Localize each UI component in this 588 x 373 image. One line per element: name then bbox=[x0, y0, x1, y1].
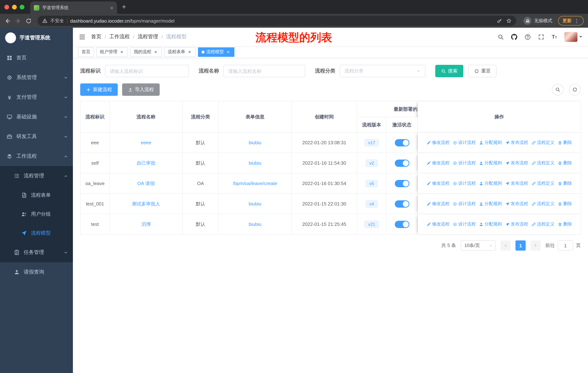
close-icon[interactable]: × bbox=[153, 49, 158, 54]
action-publish[interactable]: 发布流程 bbox=[505, 160, 528, 166]
action-design[interactable]: 设计流程 bbox=[453, 221, 476, 227]
page-size-select[interactable]: 10条/页 bbox=[461, 240, 496, 251]
breadcrumb-process-management[interactable]: 流程管理 bbox=[138, 33, 158, 40]
action-delete[interactable]: 删除 bbox=[558, 140, 572, 146]
version-badge[interactable]: v5 bbox=[366, 180, 378, 187]
form-link[interactable]: biubiu bbox=[249, 222, 261, 227]
sidebar-item-user-group[interactable]: 用户分组 bbox=[0, 205, 73, 224]
status-toggle[interactable] bbox=[395, 221, 409, 228]
action-definition[interactable]: 流程定义 bbox=[532, 160, 555, 166]
new-tab-button[interactable]: + bbox=[118, 1, 129, 12]
status-toggle[interactable] bbox=[395, 200, 409, 207]
window-zoom-button[interactable] bbox=[20, 5, 24, 9]
close-icon[interactable]: × bbox=[226, 49, 231, 54]
tag-tenant-management[interactable]: 租户管理× bbox=[96, 47, 128, 57]
update-button[interactable]: 更新 ⋮ bbox=[558, 16, 584, 26]
status-toggle[interactable] bbox=[395, 180, 409, 187]
action-modify[interactable]: 修改流程 bbox=[427, 180, 450, 186]
forward-icon[interactable] bbox=[15, 18, 21, 24]
action-definition[interactable]: 流程定义 bbox=[532, 201, 555, 207]
reload-icon[interactable] bbox=[26, 18, 32, 24]
model-name-link[interactable]: eeee bbox=[141, 140, 151, 145]
model-name-link[interactable]: 滔博 bbox=[141, 221, 151, 227]
sidebar-item-system-management[interactable]: 系统管理 bbox=[0, 68, 73, 87]
hamburger-icon[interactable] bbox=[79, 33, 86, 40]
action-publish[interactable]: 发布流程 bbox=[505, 201, 528, 207]
form-link[interactable]: /bpm/oa/leave/create bbox=[233, 181, 277, 186]
action-assign-rule[interactable]: 分配规则 bbox=[479, 180, 502, 186]
action-modify[interactable]: 修改流程 bbox=[427, 140, 450, 146]
version-badge[interactable]: v2 bbox=[366, 159, 378, 167]
form-link[interactable]: biubiu bbox=[249, 160, 261, 166]
action-design[interactable]: 设计流程 bbox=[453, 140, 476, 146]
window-minimize-button[interactable] bbox=[12, 5, 17, 9]
action-delete[interactable]: 删除 bbox=[558, 201, 572, 207]
action-publish[interactable]: 发布流程 bbox=[505, 140, 528, 146]
breadcrumb-home[interactable]: 首页 bbox=[91, 33, 101, 40]
bookmark-star-icon[interactable] bbox=[506, 18, 511, 23]
page-number-button[interactable]: 1 bbox=[515, 240, 526, 251]
breadcrumb-workflow[interactable]: 工作流程 bbox=[109, 33, 130, 40]
action-definition[interactable]: 流程定义 bbox=[532, 180, 555, 186]
action-modify[interactable]: 修改流程 bbox=[427, 221, 450, 227]
category-select[interactable]: 流程分类 bbox=[340, 65, 425, 77]
sidebar-item-workflow[interactable]: 工作流程 bbox=[0, 146, 73, 166]
sidebar-item-process-form[interactable]: 流程表单 bbox=[0, 186, 73, 205]
model-name-link[interactable]: OA 请假 bbox=[137, 181, 155, 186]
menu-dots-icon[interactable]: ⋮ bbox=[574, 18, 579, 24]
font-size-icon[interactable]: TT bbox=[552, 34, 557, 39]
search-button[interactable]: 搜索 bbox=[435, 65, 463, 77]
sidebar-item-task-management[interactable]: 任务管理 bbox=[0, 242, 73, 262]
form-link[interactable]: biubiu bbox=[249, 201, 261, 207]
model-name-link[interactable]: 测试多审批人 bbox=[132, 201, 160, 206]
sidebar-item-infrastructure[interactable]: 基础设施 bbox=[0, 107, 73, 127]
action-design[interactable]: 设计流程 bbox=[453, 201, 476, 207]
action-modify[interactable]: 修改流程 bbox=[427, 201, 450, 207]
create-model-button[interactable]: 新建流程 bbox=[80, 83, 118, 96]
address-bar[interactable]: 不安全 dashboard.yudao.iocoder.cn/bpm/manag… bbox=[38, 16, 516, 26]
goto-page-input[interactable] bbox=[558, 240, 573, 251]
action-assign-rule[interactable]: 分配规则 bbox=[479, 160, 502, 166]
action-assign-rule[interactable]: 分配规则 bbox=[479, 221, 502, 227]
fullscreen-icon[interactable] bbox=[538, 34, 545, 40]
refresh-table-button[interactable] bbox=[569, 84, 581, 95]
action-delete[interactable]: 删除 bbox=[558, 221, 572, 227]
version-badge[interactable]: v21 bbox=[365, 221, 379, 228]
search-icon[interactable] bbox=[498, 34, 504, 40]
model-name-link[interactable]: 自己审批 bbox=[136, 160, 156, 166]
action-modify[interactable]: 修改流程 bbox=[427, 160, 450, 166]
close-icon[interactable]: × bbox=[119, 49, 124, 54]
browser-tab[interactable]: 芋道管理系统 × bbox=[30, 1, 117, 14]
action-definition[interactable]: 流程定义 bbox=[532, 221, 555, 227]
user-avatar[interactable] bbox=[564, 32, 582, 42]
action-publish[interactable]: 发布流程 bbox=[505, 180, 528, 186]
tag-home[interactable]: 首页 bbox=[78, 47, 94, 57]
password-key-icon[interactable] bbox=[497, 18, 502, 23]
close-icon[interactable]: × bbox=[187, 49, 192, 54]
github-icon[interactable] bbox=[511, 34, 517, 40]
action-delete[interactable]: 删除 bbox=[558, 160, 572, 166]
security-label[interactable]: 不安全 bbox=[50, 18, 64, 24]
action-design[interactable]: 设计流程 bbox=[453, 160, 476, 166]
status-toggle[interactable] bbox=[395, 159, 409, 167]
version-badge[interactable]: v17 bbox=[365, 139, 379, 146]
sidebar-item-home[interactable]: 首页 bbox=[0, 48, 73, 68]
tab-close-icon[interactable]: × bbox=[110, 5, 113, 10]
next-page-button[interactable] bbox=[530, 240, 541, 251]
prev-page-button[interactable] bbox=[501, 240, 511, 251]
back-icon[interactable] bbox=[4, 18, 10, 24]
sidebar-item-leave-query[interactable]: 请假查询 bbox=[0, 262, 73, 282]
status-toggle[interactable] bbox=[395, 139, 409, 146]
action-assign-rule[interactable]: 分配规则 bbox=[479, 140, 502, 146]
url-text[interactable]: dashboard.yudao.iocoder.cn/bpm/manager/m… bbox=[70, 18, 174, 23]
form-link[interactable]: biubiu bbox=[249, 140, 261, 145]
sidebar-item-dev-tools[interactable]: 研发工具 bbox=[0, 127, 73, 146]
version-badge[interactable]: v4 bbox=[366, 200, 378, 207]
action-assign-rule[interactable]: 分配规则 bbox=[479, 201, 502, 207]
action-definition[interactable]: 流程定义 bbox=[532, 140, 555, 146]
sidebar-item-payment-management[interactable]: ¥ 支付管理 bbox=[0, 87, 73, 107]
reset-button[interactable]: 重置 bbox=[468, 65, 496, 77]
model-name-input[interactable] bbox=[223, 65, 305, 77]
action-delete[interactable]: 删除 bbox=[558, 180, 572, 186]
action-publish[interactable]: 发布流程 bbox=[505, 221, 528, 227]
